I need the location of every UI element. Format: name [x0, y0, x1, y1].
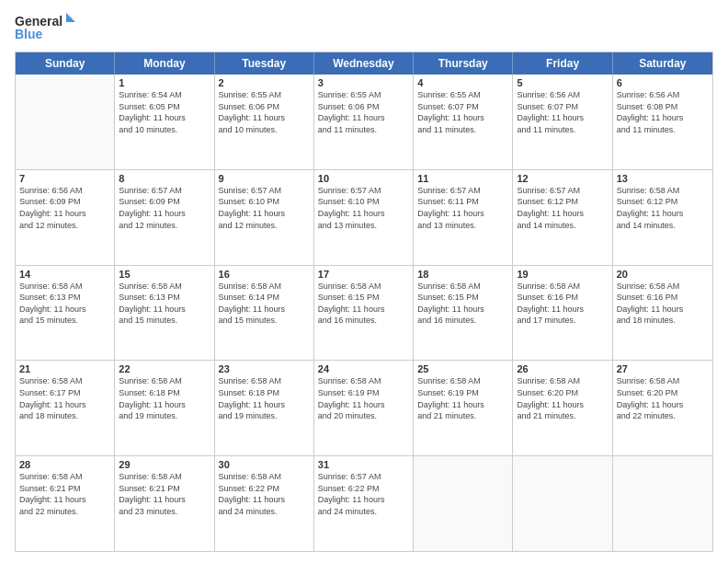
cell-info-line: Daylight: 11 hours — [318, 112, 409, 124]
day-number: 21 — [19, 363, 110, 374]
cell-info-line: Sunrise: 6:58 AM — [617, 185, 709, 197]
header-day-tuesday: Tuesday — [215, 52, 314, 75]
cell-info-line: Sunrise: 6:58 AM — [318, 375, 409, 387]
logo-svg: GeneralBlue — [15, 11, 79, 44]
cell-info-line: Sunrise: 6:54 AM — [119, 89, 210, 101]
cell-info-line: Sunrise: 6:58 AM — [617, 375, 709, 387]
cell-info-line: Daylight: 11 hours — [417, 399, 508, 411]
calendar-header: SundayMondayTuesdayWednesdayThursdayFrid… — [16, 52, 712, 75]
calendar-cell: 3Sunrise: 6:55 AMSunset: 6:06 PMDaylight… — [314, 75, 414, 169]
header-day-sunday: Sunday — [16, 52, 115, 75]
cell-info-line: and 14 minutes. — [517, 220, 608, 232]
day-number: 15 — [119, 269, 210, 280]
cell-info-line: Sunset: 6:16 PM — [517, 292, 608, 304]
day-number: 22 — [119, 363, 210, 374]
cell-info-line: Sunrise: 6:55 AM — [417, 89, 508, 101]
calendar-cell: 13Sunrise: 6:58 AMSunset: 6:12 PMDayligh… — [613, 170, 712, 265]
day-number: 4 — [417, 77, 508, 88]
cell-info-line: and 21 minutes. — [517, 410, 608, 422]
cell-info-line: Sunrise: 6:58 AM — [119, 471, 210, 483]
day-number: 18 — [417, 269, 508, 280]
cell-info-line: Sunrise: 6:57 AM — [119, 185, 210, 197]
cell-info-line: and 17 minutes. — [517, 315, 608, 327]
day-number: 14 — [19, 269, 110, 280]
header-day-thursday: Thursday — [414, 52, 513, 75]
calendar-cell: 11Sunrise: 6:57 AMSunset: 6:11 PMDayligh… — [414, 170, 513, 265]
day-number: 5 — [517, 77, 608, 88]
cell-info-line: and 10 minutes. — [219, 124, 310, 136]
calendar-cell: 4Sunrise: 6:55 AMSunset: 6:07 PMDaylight… — [414, 75, 513, 169]
cell-info-line: and 20 minutes. — [318, 410, 409, 422]
cell-info-line: Sunset: 6:09 PM — [19, 196, 110, 208]
cell-info-line: Sunrise: 6:58 AM — [517, 281, 608, 293]
page: GeneralBlue SundayMondayTuesdayWednesday… — [0, 0, 728, 563]
cell-info-line: Sunrise: 6:58 AM — [517, 375, 608, 387]
header-day-wednesday: Wednesday — [314, 52, 414, 75]
calendar-cell: 16Sunrise: 6:58 AMSunset: 6:14 PMDayligh… — [215, 266, 314, 361]
cell-info-line: and 12 minutes. — [219, 220, 310, 232]
cell-info-line: Daylight: 11 hours — [517, 112, 608, 124]
cell-info-line: and 16 minutes. — [318, 315, 409, 327]
cell-info-line: Sunset: 6:20 PM — [517, 387, 608, 399]
cell-info-line: Sunrise: 6:58 AM — [219, 375, 310, 387]
calendar-cell — [16, 75, 115, 169]
cell-info-line: and 13 minutes. — [318, 220, 409, 232]
day-number: 8 — [119, 173, 210, 184]
calendar-cell: 31Sunrise: 6:57 AMSunset: 6:22 PMDayligh… — [314, 456, 414, 551]
cell-info-line: Sunset: 6:06 PM — [318, 101, 409, 113]
day-number: 3 — [318, 77, 409, 88]
cell-info-line: and 11 minutes. — [417, 124, 508, 136]
cell-info-line: Sunrise: 6:55 AM — [318, 89, 409, 101]
cell-info-line: Sunrise: 6:57 AM — [417, 185, 508, 197]
cell-info-line: and 14 minutes. — [617, 220, 709, 232]
cell-info-line: and 15 minutes. — [119, 315, 210, 327]
cell-info-line: and 15 minutes. — [219, 315, 310, 327]
calendar-cell — [613, 456, 712, 551]
cell-info-line: Daylight: 11 hours — [617, 304, 709, 316]
cell-info-line: Sunset: 6:12 PM — [617, 196, 709, 208]
day-number: 20 — [617, 269, 709, 280]
cell-info-line: Sunrise: 6:56 AM — [19, 185, 110, 197]
logo: GeneralBlue — [15, 11, 79, 44]
cell-info-line: Daylight: 11 hours — [318, 399, 409, 411]
cell-info-line: and 19 minutes. — [119, 410, 210, 422]
cell-info-line: Sunrise: 6:57 AM — [318, 471, 409, 483]
cell-info-line: Sunset: 6:07 PM — [517, 101, 608, 113]
cell-info-line: Daylight: 11 hours — [119, 208, 210, 220]
cell-info-line: Sunset: 6:13 PM — [19, 292, 110, 304]
cell-info-line: Sunset: 6:13 PM — [119, 292, 210, 304]
cell-info-line: Sunset: 6:08 PM — [617, 101, 709, 113]
calendar-cell: 12Sunrise: 6:57 AMSunset: 6:12 PMDayligh… — [513, 170, 612, 265]
cell-info-line: and 16 minutes. — [417, 315, 508, 327]
cell-info-line: Sunrise: 6:58 AM — [119, 375, 210, 387]
cell-info-line: and 18 minutes. — [19, 410, 110, 422]
day-number: 12 — [517, 173, 608, 184]
cell-info-line: Daylight: 11 hours — [617, 112, 709, 124]
calendar-cell: 25Sunrise: 6:58 AMSunset: 6:19 PMDayligh… — [414, 361, 513, 455]
cell-info-line: and 23 minutes. — [119, 506, 210, 518]
calendar-cell: 30Sunrise: 6:58 AMSunset: 6:22 PMDayligh… — [215, 456, 314, 551]
cell-info-line: Sunset: 6:09 PM — [119, 196, 210, 208]
cell-info-line: and 21 minutes. — [417, 410, 508, 422]
cell-info-line: Sunset: 6:21 PM — [19, 483, 110, 495]
calendar-cell: 6Sunrise: 6:56 AMSunset: 6:08 PMDaylight… — [613, 75, 712, 169]
calendar-row-2: 7Sunrise: 6:56 AMSunset: 6:09 PMDaylight… — [16, 170, 712, 266]
cell-info-line: Daylight: 11 hours — [318, 304, 409, 316]
header-day-friday: Friday — [513, 52, 612, 75]
cell-info-line: Sunrise: 6:57 AM — [219, 185, 310, 197]
day-number: 1 — [119, 77, 210, 88]
cell-info-line: Daylight: 11 hours — [318, 208, 409, 220]
cell-info-line: Daylight: 11 hours — [119, 304, 210, 316]
cell-info-line: Sunset: 6:10 PM — [219, 196, 310, 208]
cell-info-line: and 18 minutes. — [617, 315, 709, 327]
day-number: 6 — [617, 77, 709, 88]
day-number: 2 — [219, 77, 310, 88]
cell-info-line: Daylight: 11 hours — [517, 304, 608, 316]
cell-info-line: and 22 minutes. — [19, 506, 110, 518]
cell-info-line: Daylight: 11 hours — [19, 494, 110, 506]
calendar-cell: 18Sunrise: 6:58 AMSunset: 6:15 PMDayligh… — [414, 266, 513, 361]
day-number: 27 — [617, 363, 709, 374]
calendar-cell: 14Sunrise: 6:58 AMSunset: 6:13 PMDayligh… — [16, 266, 115, 361]
day-number: 19 — [517, 269, 608, 280]
calendar-cell: 19Sunrise: 6:58 AMSunset: 6:16 PMDayligh… — [513, 266, 612, 361]
